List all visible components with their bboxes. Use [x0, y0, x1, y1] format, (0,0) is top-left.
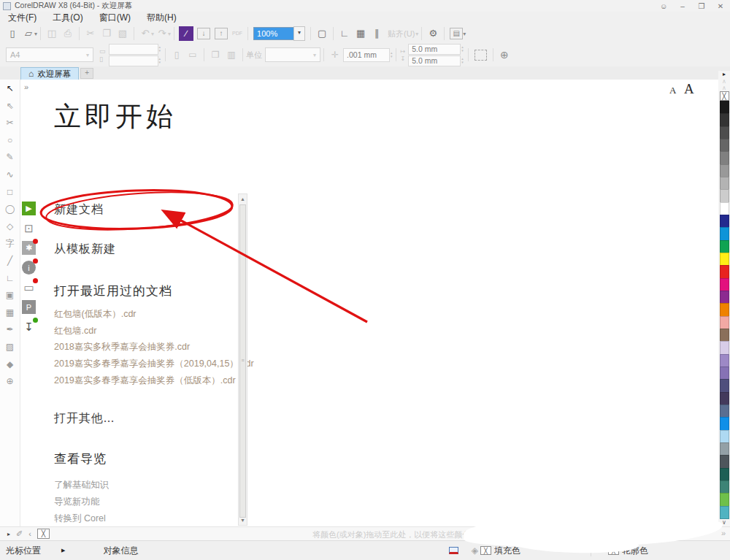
copy-icon[interactable]: ❐: [99, 26, 115, 41]
pick-tool-icon[interactable]: ↖: [2, 82, 18, 96]
color-swatch[interactable]: [720, 101, 729, 114]
menu-help[interactable]: 帮助(H): [139, 12, 185, 24]
color-swatch[interactable]: [720, 367, 729, 380]
recent-file-link[interactable]: 2019嘉实多春季嘉享会抽奖券（2019,04,15）.cdr: [54, 356, 254, 372]
color-swatch[interactable]: [720, 215, 729, 228]
page-size-combo[interactable]: A4 ▾: [6, 47, 93, 62]
show-rulers-icon[interactable]: ∟: [337, 26, 353, 41]
color-swatch[interactable]: [720, 480, 729, 494]
recent-file-link[interactable]: 红包墙.cdr: [54, 323, 254, 340]
treat-as-filled-icon[interactable]: [474, 50, 487, 61]
color-swatch[interactable]: [720, 151, 729, 164]
welcome-scrollbar[interactable]: ▲ ≡ ▼: [238, 193, 247, 526]
cursor-flyout-icon[interactable]: ▶: [61, 548, 65, 553]
palette-expand-icon[interactable]: »: [721, 529, 726, 537]
color-swatch[interactable]: [720, 278, 729, 291]
portrait-icon[interactable]: ▯: [170, 50, 183, 60]
updates-icon[interactable]: ↧: [22, 320, 36, 334]
whats-new-icon[interactable]: ✱: [22, 241, 36, 255]
zoom-dropdown-icon[interactable]: ▾: [293, 26, 305, 41]
color-swatch[interactable]: [720, 189, 729, 202]
zoom-tool-icon[interactable]: ○: [2, 134, 18, 147]
color-swatch[interactable]: [720, 126, 729, 139]
color-swatch[interactable]: [720, 493, 729, 506]
landscape-icon[interactable]: ▭: [186, 50, 199, 60]
paste-icon[interactable]: ▧: [115, 26, 131, 41]
restore-button[interactable]: ❐: [692, 2, 711, 10]
duplicate-y-spinner[interactable]: ▴▾: [461, 57, 464, 64]
show-grid-icon[interactable]: ▦: [353, 26, 369, 41]
color-swatch[interactable]: [720, 303, 729, 316]
options-gear-icon[interactable]: ⚙: [425, 26, 441, 41]
color-swatch[interactable]: [720, 265, 729, 278]
color-swatch[interactable]: [720, 177, 729, 190]
palette-scroll-up-icon[interactable]: ∧: [722, 85, 726, 91]
color-swatch[interactable]: [720, 329, 729, 342]
color-swatch[interactable]: [720, 468, 729, 481]
color-swatch[interactable]: [720, 291, 729, 304]
color-swatch[interactable]: [720, 354, 729, 367]
show-guidelines-icon[interactable]: ∥: [369, 26, 385, 41]
gallery-icon[interactable]: ▭: [22, 280, 36, 294]
interactive-fill-tool-icon[interactable]: ◆: [2, 358, 18, 372]
text-tool-icon[interactable]: 字: [2, 237, 18, 250]
color-swatch[interactable]: [720, 253, 729, 266]
tour-link[interactable]: 了解基础知识: [54, 477, 109, 494]
palette-scroll-up-icon[interactable]: ∧: [722, 78, 726, 85]
redo-dropdown-icon[interactable]: ▾: [168, 31, 171, 37]
collapse-chevron-icon[interactable]: »: [24, 83, 28, 91]
add-tools-tool-icon[interactable]: ⊕: [2, 375, 18, 388]
duplicate-x-field[interactable]: 5.0 mm: [408, 44, 461, 55]
freehand-tool-icon[interactable]: ✎: [2, 150, 18, 164]
palette-flyout-icon[interactable]: ▸: [723, 71, 726, 78]
scroll-down-icon[interactable]: ▼: [239, 515, 247, 525]
palette-scroll-left-icon[interactable]: ‹: [28, 529, 31, 538]
menu-window[interactable]: 窗口(W): [91, 12, 139, 24]
scroll-up-icon[interactable]: ▲: [239, 194, 247, 204]
doc-no-color-swatch[interactable]: ╳: [37, 529, 50, 539]
minimize-button[interactable]: –: [673, 2, 692, 10]
color-swatch[interactable]: [720, 113, 729, 126]
color-swatch[interactable]: [720, 316, 729, 329]
learn-icon[interactable]: i: [22, 261, 36, 275]
scrollbar-thumb[interactable]: ≡: [239, 204, 246, 518]
eyedropper-tool-icon[interactable]: ✒: [2, 323, 18, 337]
color-swatch[interactable]: [720, 430, 729, 443]
color-profile-icon[interactable]: [449, 547, 458, 554]
palette-scroll-down-icon[interactable]: ∨: [722, 519, 726, 526]
new-from-template-link[interactable]: 从模板新建: [54, 242, 116, 257]
color-swatch[interactable]: [720, 404, 729, 418]
nudge-spinner[interactable]: ▴▾: [391, 51, 393, 58]
publish-pdf-icon[interactable]: PDF: [230, 31, 245, 37]
import-icon[interactable]: ↓: [197, 28, 210, 39]
menu-file[interactable]: 文件(F): [0, 12, 45, 24]
current-page-icon[interactable]: ▥: [225, 50, 238, 60]
palette-flyout-arrow-icon[interactable]: ▸: [7, 531, 10, 537]
color-swatch[interactable]: [720, 202, 729, 215]
crop-tool-icon[interactable]: ✂: [2, 116, 18, 130]
fill-color-swatch[interactable]: ╳: [480, 546, 491, 555]
drop-shadow-tool-icon[interactable]: ▣: [2, 288, 18, 302]
rectangle-tool-icon[interactable]: □: [2, 185, 18, 199]
page-height-spinner[interactable]: ▴▾: [159, 57, 161, 64]
nudge-field[interactable]: .001 mm: [343, 48, 390, 62]
snap-caret-icon[interactable]: ▾: [415, 31, 418, 37]
export-icon[interactable]: ↑: [215, 28, 228, 39]
duplicate-y-field[interactable]: 5.0 mm: [408, 55, 461, 66]
color-swatch[interactable]: [720, 392, 729, 405]
tab-welcome-screen[interactable]: ⌂ 欢迎屏幕: [20, 67, 79, 80]
page-width-field[interactable]: [109, 44, 158, 55]
duplicate-x-spinner[interactable]: ▴▾: [461, 45, 464, 53]
save-icon[interactable]: ◫: [44, 26, 60, 41]
recent-file-link[interactable]: 2019嘉实多春季嘉享会抽奖券（低版本）.cdr: [54, 372, 254, 389]
add-property-icon[interactable]: ⊕: [498, 49, 511, 61]
open-other-link[interactable]: 打开其他...: [54, 411, 115, 426]
text-size-small-button[interactable]: A: [669, 85, 676, 96]
no-color-swatch[interactable]: ╳: [720, 91, 729, 101]
launcher-caret-icon[interactable]: ▾: [463, 31, 466, 37]
color-swatch[interactable]: [720, 442, 729, 456]
new-tab-button[interactable]: +: [80, 68, 93, 79]
color-swatch[interactable]: [720, 139, 729, 152]
fullscreen-preview-icon[interactable]: ▢: [314, 26, 330, 41]
product-details-icon[interactable]: P: [22, 300, 36, 314]
